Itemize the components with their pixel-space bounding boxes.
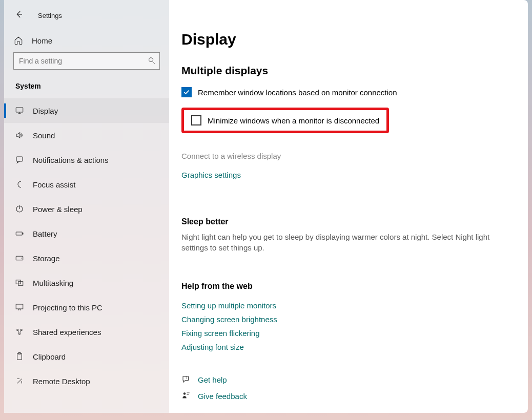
nav-item-label: Display [33,107,58,115]
shared-icon [14,327,25,337]
nav-item-label: Clipboard [33,352,66,361]
settings-window: Settings Home System DisplaySoundNotific… [4,0,528,413]
category-label: System [4,77,169,98]
help-icon: ? [181,375,191,384]
sleep-better-desc: Night light can help you get to sleep by… [181,232,509,253]
nav-item-label: Focus assist [33,180,75,189]
svg-point-16 [22,258,23,259]
nav-item-label: Multitasking [33,279,73,287]
nav-item-power[interactable]: Power & sleep [4,197,169,221]
back-icon[interactable] [14,10,24,21]
clipboard-icon [14,352,25,361]
nav-item-focus[interactable]: Focus assist [4,172,169,197]
remember-window-row[interactable]: Remember window locations based on monit… [181,87,516,97]
minimize-highlight: Minimize windows when a monitor is disco… [181,108,389,133]
search-wrap [13,52,160,70]
svg-rect-13 [16,232,22,235]
help-link[interactable]: Changing screen brightness [181,315,516,324]
remember-checkbox[interactable] [181,87,192,97]
nav-item-clipboard[interactable]: Clipboard [4,344,169,369]
nav-item-remote[interactable]: Remote Desktop [4,369,169,393]
nav-list: DisplaySoundNotifications & actionsFocus… [4,98,169,393]
svg-rect-7 [16,108,23,112]
search-icon [148,56,156,67]
give-feedback-row[interactable]: Give feedback [181,391,516,401]
sidebar: Settings Home System DisplaySoundNotific… [4,0,169,413]
help-link[interactable]: Setting up multiple monitors [181,301,516,310]
nav-item-label: Shared experiences [33,328,101,337]
nav-item-display[interactable]: Display [4,98,169,123]
feedback-icon [181,391,191,401]
remote-icon [14,376,25,386]
nav-item-label: Projecting to this PC [33,303,103,312]
svg-point-26 [183,392,186,395]
display-icon [14,106,25,115]
nav-item-label: Notifications & actions [33,156,109,164]
app-title: Settings [38,12,62,19]
storage-icon [14,254,25,263]
focus-icon [14,180,25,189]
get-help-label: Get help [198,375,227,384]
page-title: Display [181,31,516,48]
nav-item-label: Power & sleep [33,205,83,214]
svg-point-5 [149,58,153,62]
sleep-better-heading: Sleep better [181,217,516,226]
sound-icon [14,131,25,140]
svg-text:?: ? [186,376,188,380]
header-row: Settings [4,6,169,25]
help-from-web-heading: Help from the web [181,282,516,291]
battery-icon [14,229,25,238]
help-link[interactable]: Adjusting font size [181,343,516,351]
search-input[interactable] [13,52,160,70]
home-row[interactable]: Home [4,25,169,52]
svg-rect-19 [16,304,23,309]
nav-item-notifications[interactable]: Notifications & actions [4,148,169,172]
svg-point-22 [19,333,21,334]
nav-item-battery[interactable]: Battery [4,221,169,246]
nav-item-label: Storage [33,254,60,263]
svg-rect-10 [16,157,23,161]
power-icon [14,204,25,214]
graphics-settings-link[interactable]: Graphics settings [181,171,516,179]
content-pane: Display Multiple displays Remember windo… [169,0,528,413]
help-link[interactable]: Fixing screen flickering [181,329,516,338]
nav-item-shared[interactable]: Shared experiences [4,320,169,344]
give-feedback-label: Give feedback [198,392,247,401]
remember-label: Remember window locations based on monit… [198,88,397,97]
nav-item-projecting[interactable]: Projecting to this PC [4,295,169,320]
minimize-window-row[interactable]: Minimize windows when a monitor is disco… [191,115,379,125]
help-links: Setting up multiple monitorsChanging scr… [181,301,516,351]
nav-item-label: Remote Desktop [33,377,90,386]
nav-item-sound[interactable]: Sound [4,123,169,148]
svg-rect-14 [23,233,24,235]
home-label: Home [32,36,52,45]
minimize-label: Minimize windows when a monitor is disco… [208,116,379,125]
multiple-displays-heading: Multiple displays [181,65,516,77]
nav-item-multitasking[interactable]: Multitasking [4,270,169,295]
home-icon [13,36,24,45]
notifications-icon [14,155,25,164]
nav-item-label: Sound [33,131,55,140]
wireless-display-link[interactable]: Connect to a wireless display [181,152,516,160]
svg-line-6 [153,61,155,64]
get-help-row[interactable]: ? Get help [181,375,516,384]
multitasking-icon [14,278,25,287]
nav-item-storage[interactable]: Storage [4,246,169,270]
projecting-icon [14,303,25,312]
nav-item-label: Battery [33,229,57,238]
minimize-checkbox[interactable] [191,115,201,125]
